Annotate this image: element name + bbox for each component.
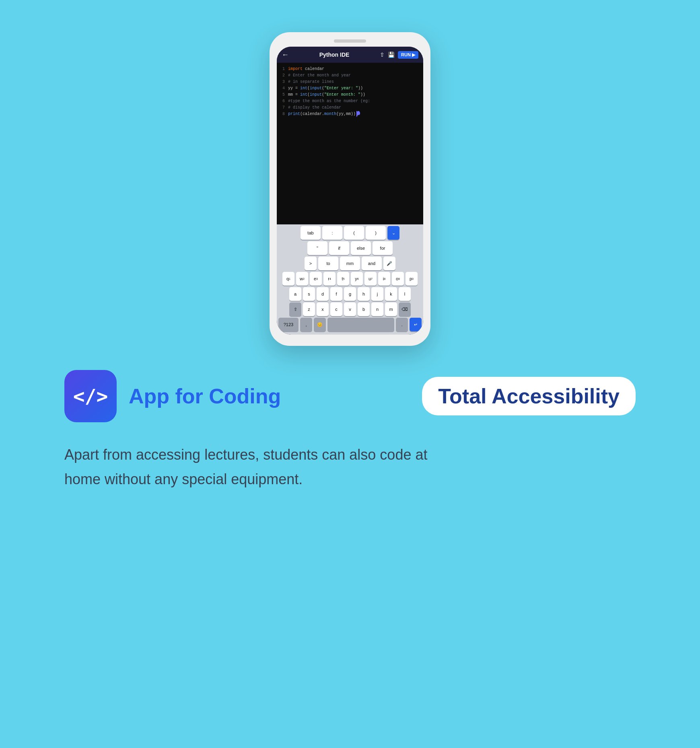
phone-wrapper: ← Python IDE ⇧ 💾 RUN ▶ 1 import calendar	[270, 32, 430, 346]
code-line-7: 7 # display the calendar	[280, 105, 420, 111]
key-v[interactable]: v	[344, 302, 356, 316]
key-shift[interactable]: ⇧	[289, 302, 301, 316]
key-q[interactable]: q1	[282, 272, 294, 286]
key-open-paren[interactable]: (	[344, 226, 364, 240]
key-period[interactable]: .	[396, 318, 408, 331]
keyboard-row-suggestions: > to mm and 🎤	[278, 257, 422, 270]
key-u[interactable]: u7	[364, 272, 377, 286]
code-line-8: 8 print(calendar.month(yy,mm))|	[280, 111, 420, 117]
accessibility-text: Total Accessibility	[438, 384, 620, 408]
key-r[interactable]: r4	[323, 272, 336, 286]
key-numbers[interactable]: ?123	[278, 318, 299, 331]
phone-frame: ← Python IDE ⇧ 💾 RUN ▶ 1 import calendar	[270, 32, 430, 346]
key-e[interactable]: e3	[310, 272, 322, 286]
key-m[interactable]: m	[385, 302, 397, 316]
phone-screen: ← Python IDE ⇧ 💾 RUN ▶ 1 import calendar	[277, 47, 423, 335]
key-x[interactable]: x	[317, 302, 329, 316]
key-n[interactable]: n	[371, 302, 383, 316]
keyboard-row-qp: q1 w2 e3 r4 t5 y6 u7 i8 o9 p0	[278, 272, 422, 286]
key-colon[interactable]: :	[322, 226, 342, 240]
key-gt[interactable]: >	[305, 257, 317, 270]
key-mm[interactable]: mm	[340, 257, 360, 270]
keyboard-row-special1: tab : ( ) ⌄	[278, 226, 422, 240]
key-for[interactable]: for	[373, 241, 393, 255]
key-d[interactable]: d	[317, 287, 329, 301]
key-comma[interactable]: ,	[300, 318, 312, 331]
keyboard-row-bottom: ?123 , 😊 . ↵	[278, 318, 422, 331]
key-g[interactable]: g	[344, 287, 356, 301]
keyboard-area: tab : ( ) ⌄ " if else for	[277, 224, 423, 335]
key-f[interactable]: f	[330, 287, 342, 301]
key-emoji[interactable]: 😊	[314, 318, 326, 331]
description-text: Apart from accessing lectures, students …	[64, 442, 467, 491]
key-quote[interactable]: "	[307, 241, 327, 255]
key-space[interactable]	[327, 318, 394, 331]
app-bar-icons: ⇧ 💾 RUN ▶	[380, 51, 418, 59]
key-l[interactable]: l	[399, 287, 411, 301]
feature-row: </> App for Coding Total Accessibility	[64, 370, 636, 422]
keyboard-row-special2: " if else for	[278, 241, 422, 255]
key-tab[interactable]: tab	[301, 226, 321, 240]
code-line-5: 5 mm = int(input("Enter month: "))	[280, 92, 420, 98]
key-c[interactable]: c	[330, 302, 342, 316]
code-brackets-icon: </>	[73, 385, 108, 407]
key-j[interactable]: j	[371, 287, 383, 301]
key-w[interactable]: w2	[296, 272, 308, 286]
key-z[interactable]: z	[303, 302, 315, 316]
save-icon[interactable]: 💾	[388, 51, 395, 58]
keyboard-row-al: a s d f g h j k l	[278, 287, 422, 301]
app-icon-box: </>	[64, 370, 117, 422]
code-line-2: 2 # Enter the month and year	[280, 72, 420, 79]
key-h[interactable]: h	[358, 287, 370, 301]
key-i[interactable]: i8	[378, 272, 390, 286]
share-icon[interactable]: ⇧	[380, 51, 385, 58]
key-b[interactable]: b	[358, 302, 370, 316]
key-t[interactable]: t5	[337, 272, 349, 286]
run-button[interactable]: RUN ▶	[398, 51, 418, 59]
key-o[interactable]: o9	[392, 272, 404, 286]
key-backspace[interactable]: ⌫	[399, 302, 411, 316]
app-bar: ← Python IDE ⇧ 💾 RUN ▶	[277, 47, 423, 63]
app-title: Python IDE	[292, 51, 377, 58]
phone-notch	[334, 39, 366, 43]
key-mic[interactable]: 🎤	[383, 257, 395, 270]
key-if[interactable]: if	[329, 241, 349, 255]
key-p[interactable]: p0	[406, 272, 418, 286]
code-editor[interactable]: 1 import calendar 2 # Enter the month an…	[277, 63, 423, 224]
key-enter[interactable]: ↵	[410, 318, 422, 331]
key-expand[interactable]: ⌄	[387, 226, 399, 240]
key-a[interactable]: a	[289, 287, 301, 301]
feature-title: App for Coding	[129, 384, 281, 408]
accessibility-badge: Total Accessibility	[422, 377, 636, 415]
key-to[interactable]: to	[318, 257, 338, 270]
back-arrow-icon[interactable]: ←	[282, 51, 289, 59]
code-line-6: 6 #type the month as the number (eg:	[280, 98, 420, 105]
code-line-3: 3 # in separate lines	[280, 79, 420, 85]
code-line-4: 4 yy = int(input("Enter year: "))	[280, 85, 420, 92]
bottom-section: </> App for Coding Total Accessibility A…	[32, 370, 668, 491]
key-s[interactable]: s	[303, 287, 315, 301]
code-line-1: 1 import calendar	[280, 66, 420, 72]
key-close-paren[interactable]: )	[366, 226, 386, 240]
keyboard-row-zm: ⇧ z x c v b n m ⌫	[278, 302, 422, 316]
page-container: ← Python IDE ⇧ 💾 RUN ▶ 1 import calendar	[0, 0, 700, 748]
key-else[interactable]: else	[351, 241, 371, 255]
key-k[interactable]: k	[385, 287, 397, 301]
key-and[interactable]: and	[362, 257, 382, 270]
key-y[interactable]: y6	[351, 272, 363, 286]
